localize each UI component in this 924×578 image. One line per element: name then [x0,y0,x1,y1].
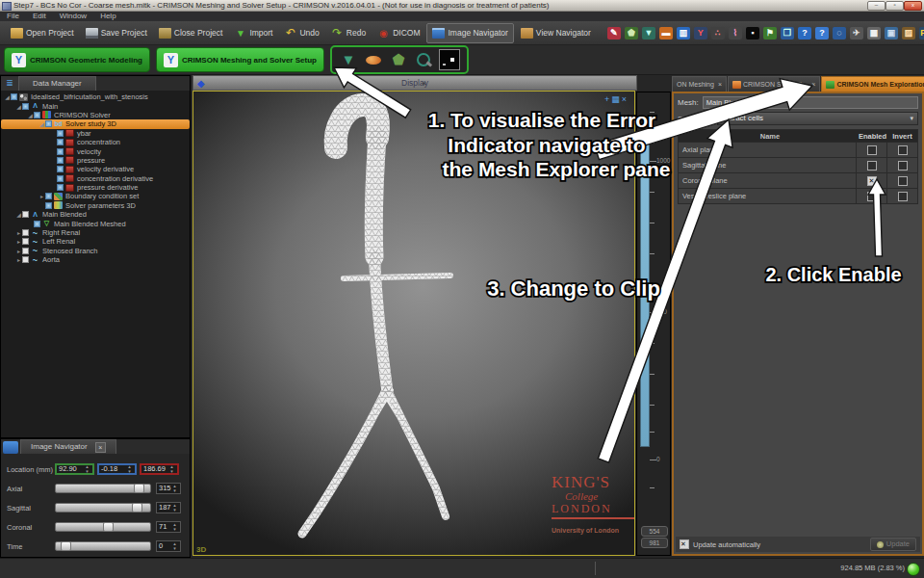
time-slider[interactable] [55,541,151,551]
enabled-checkbox[interactable] [867,145,877,155]
enabled-checkbox[interactable]: ✕ [867,176,877,186]
menu-file[interactable]: File [0,12,26,21]
perspective-meshing-solver[interactable]: YCRIMSON Meshing and Solver Setup [156,47,324,72]
about-icon[interactable]: ? [815,27,829,39]
mesh-exploration-probe-icon[interactable] [439,49,460,70]
viewport-close-icon[interactable]: × [622,94,629,104]
polyhedron-icon[interactable]: ⬟ [625,27,638,39]
expander-icon[interactable]: ◢ [15,211,22,218]
tree-item-solver-study-3d[interactable]: ◢bdSolver study 3D [1,119,190,128]
spinner-arrows-icon[interactable]: ▴▾ [168,464,175,474]
tab-data-manager[interactable]: Data Manager [18,76,96,91]
polyhedron-icon[interactable]: ⬟ [389,50,408,69]
enabled-checkbox[interactable] [867,192,877,201]
tree-item-main-blended-meshed[interactable]: ▽Main Blended Meshed [1,219,190,227]
spinner-arrows-icon[interactable]: ▴▾ [171,484,178,493]
mesh-cone-icon[interactable]: ▼ [339,50,358,69]
range-max-field[interactable]: 981 [641,538,668,548]
cone-icon[interactable]: ▼ [642,27,655,39]
expander-icon[interactable]: ◢ [15,103,22,110]
tree-item-boundary-condition-set[interactable]: ▸Boundary condition set [1,192,190,200]
update-button[interactable]: Update [870,538,916,551]
tree-item-velocity-derivative[interactable]: velocity derivative [1,165,190,173]
tab-on-meshing[interactable]: ON Meshing× [672,76,727,92]
visibility-checkbox[interactable] [57,184,64,191]
import-button[interactable]: ▼Import [229,24,277,42]
landmark-tool-icon[interactable]: ✈ [850,27,863,39]
visibility-checkbox[interactable] [45,193,52,199]
visibility-checkbox[interactable] [57,175,64,182]
slider-handle[interactable] [61,541,71,551]
slider-handle[interactable] [103,522,114,532]
range-min-field[interactable]: 554 [641,526,668,537]
python-console-icon[interactable]: Py [919,27,924,39]
spinner-arrows-icon[interactable]: ▴▾ [171,522,178,532]
expander-icon[interactable]: ◢ [27,112,34,118]
visibility-checkbox[interactable] [34,112,40,118]
maximize-button[interactable]: ▫ [886,1,904,11]
tree-item-velocity[interactable]: velocity [1,146,190,155]
visibility-checkbox[interactable] [57,139,64,145]
display-tabbar[interactable]: ◆ Display × [192,75,637,91]
spinner-arrows-icon[interactable]: ▴▾ [171,541,178,551]
tab-crimson-mesh-exploration[interactable]: CRIMSON Mesh Exploration× [821,76,924,92]
menu-help[interactable]: Help [93,12,122,21]
flag-icon[interactable]: ⚑ [763,27,777,39]
table-row-vessel-reslice-plane[interactable]: Vessel reslice plane [679,188,917,203]
dicom-button[interactable]: ◉DICOM [372,24,424,42]
tree-item-aorta[interactable]: ▸~Aorta [1,255,190,264]
tree-item-concentration[interactable]: concentration [1,138,190,146]
tree-item-right-renal[interactable]: ▸~Right Renal [1,228,190,237]
visibility-checkbox[interactable] [22,229,29,236]
sagittal-slider[interactable] [55,503,151,512]
histogram-icon[interactable]: ▥ [677,27,690,39]
help-icon[interactable]: ? [798,27,811,39]
tree-item-main-blended[interactable]: ◢ΛMain Blended [1,210,190,219]
visibility-checkbox[interactable] [22,238,29,245]
tree-item-idealised-bifricutation-with-stenosis[interactable]: ◢Idealised_bifricutation_with_stenosis [1,92,190,101]
vessel-tree-icon[interactable]: Y [694,27,707,39]
tree-item-solver-parameters-3d[interactable]: Solver parameters 3D [1,201,190,210]
inspect-magnifier-icon[interactable] [414,50,433,69]
table-view-icon[interactable]: ▦ [867,27,881,39]
expander-icon[interactable]: ▸ [15,229,22,236]
tree-item-concentration-derivative[interactable]: concentration derivative [1,174,190,183]
visibility-checkbox[interactable] [22,103,29,110]
spline-icon[interactable]: ⌇ [729,27,742,39]
save-project-button[interactable]: Save Project [81,24,152,42]
visibility-checkbox[interactable] [57,166,64,172]
invert-checkbox[interactable] [898,176,908,186]
invert-checkbox[interactable] [898,192,908,201]
close-button[interactable]: x [904,1,922,11]
table-row-axial-plane[interactable]: Axial plane [679,142,917,157]
perspective-geometric-modeling[interactable]: YCRIMSON Geometric Modeling [4,47,150,72]
image-navigator-close-icon[interactable]: × [95,442,106,453]
expander-icon[interactable]: ▸ [38,193,45,199]
menu-window[interactable]: Window [53,12,93,21]
redo-button[interactable]: ↷Redo [326,24,371,42]
visibility-checkbox[interactable] [57,157,64,164]
visibility-checkbox[interactable] [22,211,29,218]
menu-edit[interactable]: Edit [26,12,53,21]
slice-type-dropdown[interactable]: Extract cells ▾ [717,112,918,125]
update-automatically-checkbox[interactable]: ✕ [680,539,689,549]
tree-item-crimson-solver[interactable]: ◢CRIMSON Solver [1,111,190,119]
visibility-checkbox[interactable] [22,248,29,254]
table-row-coronal-plane[interactable]: Coronal plane✕ [679,172,917,188]
visibility-checkbox[interactable] [34,221,40,227]
search-icon[interactable]: ◌ [833,27,846,39]
time-value-field[interactable]: 0▴▾ [156,540,181,552]
expander-icon[interactable]: ▸ [15,256,22,263]
enabled-checkbox[interactable] [867,161,877,171]
location-field-1[interactable]: -0.18▴▾ [97,463,137,475]
undo-button[interactable]: ↶Undo [279,24,323,42]
coronal-value-field[interactable]: 71▴▾ [156,521,181,533]
coronal-slider[interactable] [55,522,151,532]
expander-icon[interactable]: ▸ [15,238,22,245]
visibility-checkbox[interactable] [11,93,17,100]
tree-item-pressure[interactable]: pressure [1,156,190,165]
visibility-checkbox[interactable] [45,202,52,209]
camera-icon[interactable]: ▣ [885,27,898,39]
expander-icon[interactable]: ◢ [4,93,11,100]
tree-item-ybar[interactable]: ybar [1,129,190,138]
